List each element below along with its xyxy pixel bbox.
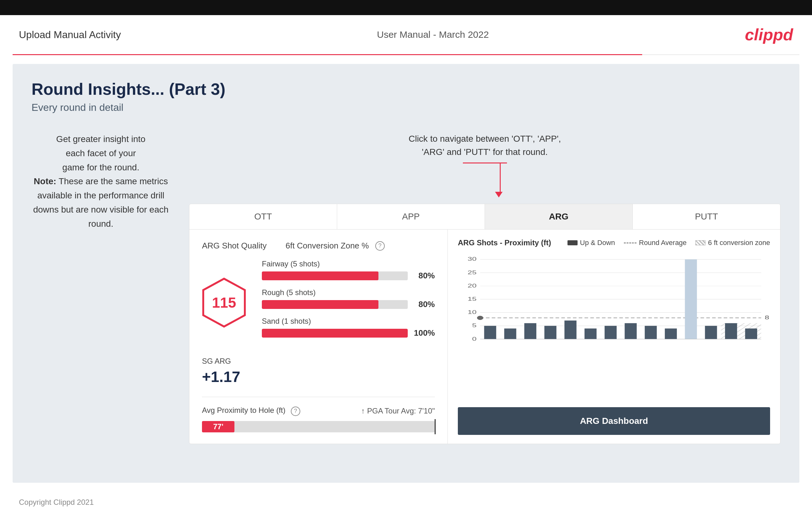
document-title: User Manual - March 2022	[377, 29, 489, 40]
proximity-bar-container: 77'	[202, 421, 435, 432]
sg-arg-label: SG ARG	[202, 357, 435, 365]
page-title: Round Insights... (Part 3)	[32, 80, 780, 99]
proximity-header: Avg Proximity to Hole (ft) ? ↑ PGA Tour …	[202, 406, 435, 416]
svg-text:25: 25	[468, 269, 476, 276]
bar-container: 80%	[262, 299, 435, 309]
sg-section: SG ARG +1.17	[202, 357, 435, 385]
legend-hatched	[696, 240, 706, 245]
proximity-value: 77'	[213, 422, 223, 431]
svg-text:15: 15	[468, 296, 476, 302]
main-content: Round Insights... (Part 3) Every round i…	[13, 64, 799, 483]
proximity-bar-track: 77'	[202, 421, 435, 432]
bar-row: Fairway (5 shots) 80%	[262, 260, 435, 281]
proximity-label: Avg Proximity to Hole (ft) ?	[202, 406, 300, 416]
bar-container: 80%	[262, 271, 435, 281]
proximity-bar-fill: 77'	[202, 421, 235, 432]
svg-rect-27	[624, 323, 637, 339]
svg-text:10: 10	[468, 309, 476, 316]
svg-rect-31	[705, 326, 717, 339]
bar-fill	[262, 272, 378, 280]
copyright: Copyright Clippd 2021	[19, 498, 94, 506]
legend-up-down: Up & Down	[567, 239, 615, 247]
svg-rect-24	[564, 321, 576, 339]
arg-shot-quality-label: ARG Shot Quality	[202, 241, 266, 251]
svg-rect-29	[665, 329, 677, 339]
bar-fill	[262, 329, 408, 338]
card-body: ARG Shot Quality 6ft Conversion Zone % ?…	[189, 230, 780, 444]
right-section: Click to navigate between 'OTT', 'APP','…	[189, 132, 780, 444]
svg-text:8: 8	[765, 314, 769, 321]
legend-round-avg: Round Average	[624, 239, 687, 247]
note-label: Note:	[34, 176, 56, 186]
bar-pct: 80%	[413, 271, 435, 281]
legend-label-6ft: 6 ft conversion zone	[708, 239, 770, 247]
section-header: ARG Shot Quality 6ft Conversion Zone % ?	[202, 241, 435, 251]
upload-label: Upload Manual Activity	[19, 29, 121, 41]
bar-label: Fairway (5 shots)	[262, 260, 435, 268]
arg-chart: 0510152025308	[458, 253, 770, 348]
svg-text:0: 0	[472, 336, 476, 342]
header-divider	[13, 54, 799, 55]
proximity-cursor[interactable]	[435, 419, 436, 434]
content-layout: Get greater insight into each facet of y…	[32, 132, 780, 444]
hexagon-value: 115	[212, 294, 236, 311]
svg-rect-26	[605, 326, 617, 339]
tabs-container: OTT APP ARG PUTT	[189, 204, 780, 230]
nav-annotation: Click to navigate between 'OTT', 'APP','…	[189, 132, 780, 198]
svg-rect-23	[545, 326, 556, 339]
bar-track	[262, 329, 408, 338]
svg-text:30: 30	[468, 256, 476, 262]
round-insights-card: OTT APP ARG PUTT ARG Shot Quality 6ft Co…	[189, 204, 780, 444]
svg-point-17	[477, 316, 484, 320]
legend: Up & Down Round Average 6 ft conversion …	[567, 239, 770, 247]
svg-rect-28	[645, 326, 657, 339]
bar-track	[262, 300, 408, 309]
proximity-help-icon[interactable]: ?	[291, 406, 300, 416]
right-panel: ARG Shots - Proximity (ft) Up & Down Rou…	[448, 230, 780, 444]
page-subtitle: Every round in detail	[32, 102, 780, 113]
bar-fill	[262, 300, 378, 309]
bar-pct: 100%	[413, 328, 435, 338]
svg-rect-21	[504, 329, 516, 339]
svg-rect-30	[685, 260, 697, 339]
hexagon-badge: 115	[202, 277, 246, 328]
chart-header: ARG Shots - Proximity (ft) Up & Down Rou…	[458, 238, 770, 247]
logo: clippd	[745, 25, 793, 44]
svg-rect-22	[524, 323, 536, 339]
arg-dashboard-button[interactable]: ARG Dashboard	[458, 407, 770, 435]
pga-avg: ↑ PGA Tour Avg: 7'10"	[361, 406, 435, 415]
tab-putt[interactable]: PUTT	[633, 204, 780, 229]
bar-container: 100%	[262, 328, 435, 338]
tab-app[interactable]: APP	[337, 204, 485, 229]
svg-rect-25	[585, 329, 597, 339]
top-bar	[0, 0, 812, 15]
svg-text:5: 5	[472, 323, 476, 329]
left-description: Get greater insight into each facet of y…	[32, 132, 170, 231]
legend-label-round-avg: Round Average	[639, 239, 687, 247]
svg-rect-33	[745, 329, 757, 339]
footer: Copyright Clippd 2021	[0, 492, 812, 507]
legend-label-up-down: Up & Down	[580, 239, 615, 247]
bar-track	[262, 272, 408, 280]
conversion-zone-label: 6ft Conversion Zone %	[286, 241, 369, 251]
bar-row: Sand (1 shots) 100%	[262, 317, 435, 338]
header: Upload Manual Activity User Manual - Mar…	[0, 15, 812, 54]
bar-row: Rough (5 shots) 80%	[262, 288, 435, 309]
svg-rect-20	[484, 326, 496, 339]
bar-pct: 80%	[413, 299, 435, 309]
tab-arg[interactable]: ARG	[485, 204, 633, 229]
sg-arg-value: +1.17	[202, 368, 435, 385]
proximity-section: Avg Proximity to Hole (ft) ? ↑ PGA Tour …	[202, 397, 435, 432]
legend-6ft: 6 ft conversion zone	[696, 239, 770, 247]
legend-swatch-dark	[567, 240, 577, 245]
description-text: Get greater insight into each facet of y…	[32, 132, 170, 231]
bar-label: Rough (5 shots)	[262, 288, 435, 297]
legend-dashed	[624, 242, 637, 243]
hexagon-section: 115 Fairway (5 shots) 80% Rough (5 shots…	[202, 260, 435, 345]
tab-ott[interactable]: OTT	[189, 204, 337, 229]
svg-rect-32	[725, 323, 737, 339]
bars-section: Fairway (5 shots) 80% Rough (5 shots) 80…	[262, 260, 435, 345]
help-icon[interactable]: ?	[375, 241, 385, 251]
annotation-text: Click to navigate between 'OTT', 'APP','…	[409, 134, 561, 157]
left-panel: ARG Shot Quality 6ft Conversion Zone % ?…	[189, 230, 448, 444]
